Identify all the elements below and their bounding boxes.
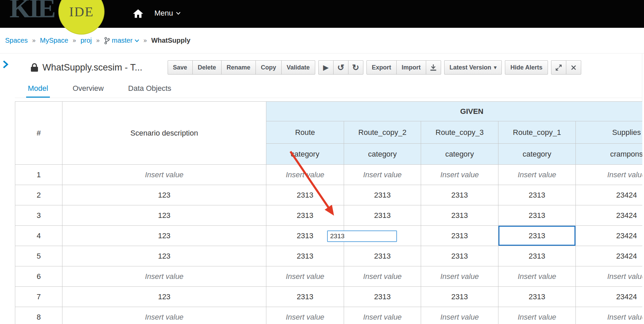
grid-cell[interactable]: Insert value [576, 165, 643, 185]
tab-data-objects[interactable]: Data Objects [127, 80, 173, 98]
grid-cell[interactable]: Insert value [344, 165, 421, 185]
grid-cell[interactable]: 23424 [576, 205, 643, 226]
grid-cell[interactable]: Insert value [421, 307, 498, 324]
hide-alerts-button[interactable]: Hide Alerts [505, 60, 548, 75]
grid-cell[interactable]: 23424 [576, 185, 643, 205]
validate-button[interactable]: Validate [281, 60, 315, 75]
row-number-cell[interactable]: 3 [15, 205, 62, 226]
run-button[interactable]: ▶ [318, 60, 334, 75]
breadcrumb-spaces[interactable]: Spaces [5, 37, 28, 44]
given-section-header[interactable]: GIVEN [266, 102, 643, 121]
scenario-description-cell[interactable]: 123 [62, 287, 266, 307]
import-button[interactable]: Import [396, 60, 426, 75]
tab-model[interactable]: Model [26, 80, 50, 98]
home-icon[interactable] [133, 9, 143, 19]
subcolumn-header-category[interactable]: category [344, 144, 421, 165]
grid-cell[interactable]: Insert value [266, 307, 344, 324]
save-button[interactable]: Save [168, 60, 193, 75]
menu-dropdown[interactable]: Menu [154, 9, 181, 18]
subcolumn-header-category[interactable]: category [498, 144, 576, 165]
row-number-cell[interactable]: 8 [15, 307, 62, 324]
grid-cell[interactable]: Insert value [421, 165, 498, 185]
table-row: 5123231323132313231323424 [15, 246, 643, 266]
row-number-cell[interactable]: 5 [15, 246, 62, 266]
cell-edit-input[interactable] [327, 230, 397, 242]
grid-cell[interactable]: 2313 [344, 185, 421, 205]
delete-button[interactable]: Delete [192, 60, 222, 75]
grid-cell[interactable]: 2313 [266, 205, 344, 226]
column-header-route-copy-3[interactable]: Route_copy_3 [421, 121, 498, 144]
latest-version-dropdown[interactable]: Latest Version ▾ [444, 60, 502, 75]
grid-cell[interactable]: 2313 [421, 287, 498, 307]
grid-cell[interactable]: Insert value [266, 266, 344, 287]
grid-cell[interactable]: Insert value [344, 266, 421, 287]
subcolumn-header-crampons[interactable]: crampons [576, 144, 643, 165]
subcolumn-header-category[interactable]: category [266, 144, 344, 165]
column-header-route[interactable]: Route [266, 121, 344, 144]
row-number-cell[interactable]: 7 [15, 287, 62, 307]
copy-button[interactable]: Copy [255, 60, 282, 75]
lock-icon [31, 63, 38, 72]
grid-cell[interactable]: 2313 [421, 246, 498, 266]
grid-cell[interactable]: 2313 [498, 287, 576, 307]
breadcrumb: Spaces » MySpace » proj » master » WhatS… [0, 28, 644, 54]
panel-expand-chevron[interactable] [2, 60, 9, 70]
scenario-description-cell[interactable]: Insert value [62, 165, 266, 185]
export-button[interactable]: Export [366, 60, 397, 75]
undo-button[interactable]: ↺ [333, 60, 348, 75]
grid-cell[interactable]: 2313 [498, 226, 576, 246]
scenario-description-header[interactable]: Scenario description [62, 102, 266, 165]
grid-cell[interactable]: 23424 [576, 226, 643, 246]
grid-cell[interactable]: 2313 [421, 185, 498, 205]
row-number-cell[interactable]: 1 [15, 165, 62, 185]
close-button[interactable] [566, 60, 581, 75]
grid-cell[interactable]: Insert value [498, 165, 576, 185]
grid-cell[interactable]: 2313 [498, 185, 576, 205]
table-row: 6Insert valueInsert valueInsert valueIns… [15, 266, 643, 287]
scenario-description-cell[interactable]: Insert value [62, 307, 266, 324]
grid-cell[interactable]: Insert value [498, 266, 576, 287]
rename-button[interactable]: Rename [221, 60, 256, 75]
expand-button[interactable] [551, 60, 566, 75]
row-number-cell[interactable]: 6 [15, 266, 62, 287]
scenario-description-cell[interactable]: 123 [62, 226, 266, 246]
grid-cell[interactable]: Insert value [576, 307, 643, 324]
column-header-supplies[interactable]: Supplies [576, 121, 643, 144]
row-number-cell[interactable]: 4 [15, 226, 62, 246]
grid-cell[interactable]: Insert value [421, 266, 498, 287]
column-header-route-copy-2[interactable]: Route_copy_2 [344, 121, 421, 144]
grid-cell[interactable]: Insert value [266, 165, 344, 185]
breadcrumb-proj[interactable]: proj [80, 37, 92, 44]
grid-cell[interactable]: 2313 [421, 226, 498, 246]
scenario-description-cell[interactable]: Insert value [62, 266, 266, 287]
scenario-description-cell[interactable]: 123 [62, 185, 266, 205]
scenario-description-cell[interactable]: 123 [62, 246, 266, 266]
grid-cell[interactable]: 2313 [344, 246, 421, 266]
grid-cell[interactable]: 2313 [498, 246, 576, 266]
expand-icon [555, 64, 562, 71]
grid-cell[interactable]: Insert value [576, 266, 643, 287]
download-button[interactable] [426, 60, 441, 75]
grid-cell[interactable]: 23424 [576, 246, 643, 266]
scenario-description-cell[interactable]: 123 [62, 205, 266, 226]
ide-logo-label: IDE [69, 4, 94, 20]
grid-cell[interactable]: Insert value [344, 307, 421, 324]
row-number-cell[interactable]: 2 [15, 185, 62, 205]
chevron-down-icon[interactable] [135, 39, 139, 42]
grid-cell[interactable]: 2313 [344, 287, 421, 307]
tab-overview[interactable]: Overview [71, 80, 106, 98]
grid-cell[interactable]: 2313 [266, 246, 344, 266]
breadcrumb-myspace[interactable]: MySpace [40, 37, 68, 44]
grid-cell[interactable]: 2313 [344, 205, 421, 226]
scenario-grid: # Scenario description GIVEN Route Route… [15, 101, 642, 324]
grid-cell[interactable]: 2313 [266, 287, 344, 307]
grid-cell[interactable]: 2313 [266, 185, 344, 205]
grid-cell[interactable]: 2313 [498, 205, 576, 226]
breadcrumb-branch-master[interactable]: master [112, 37, 133, 44]
grid-cell[interactable]: 23424 [576, 287, 643, 307]
grid-cell[interactable]: Insert value [498, 307, 576, 324]
redo-button[interactable]: ↻ [348, 60, 363, 75]
column-header-route-copy-1[interactable]: Route_copy_1 [498, 121, 576, 144]
grid-cell[interactable]: 2313 [421, 205, 498, 226]
subcolumn-header-category[interactable]: category [421, 144, 498, 165]
